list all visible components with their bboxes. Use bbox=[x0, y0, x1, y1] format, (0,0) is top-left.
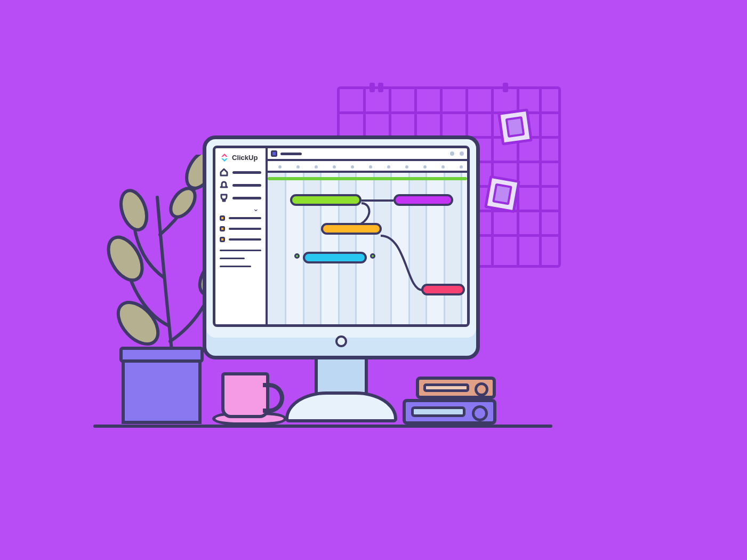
home-icon bbox=[220, 168, 228, 177]
monitor-power-button bbox=[335, 335, 347, 347]
gantt-view bbox=[268, 148, 467, 324]
gantt-bar[interactable] bbox=[290, 194, 362, 206]
svg-point-1 bbox=[116, 187, 151, 233]
chevron-down-icon[interactable]: ⌄ bbox=[253, 206, 261, 211]
sidebar-line bbox=[220, 266, 251, 267]
gantt-bar[interactable] bbox=[421, 284, 465, 295]
clickup-logo-icon bbox=[220, 153, 229, 162]
svg-point-5 bbox=[110, 295, 165, 351]
svg-point-0 bbox=[104, 231, 149, 286]
sidebar-line bbox=[220, 258, 245, 259]
desk-surface-line bbox=[93, 425, 552, 428]
book-decoration bbox=[403, 399, 496, 425]
app-toolbar bbox=[268, 148, 467, 161]
milestone-icon[interactable] bbox=[370, 253, 375, 259]
gantt-bar[interactable] bbox=[303, 252, 367, 263]
task-status-icon bbox=[220, 226, 225, 231]
sidebar-item-home[interactable] bbox=[220, 167, 261, 177]
bell-icon bbox=[220, 181, 228, 189]
timeline-header bbox=[268, 161, 467, 173]
sidebar-item-goals[interactable] bbox=[220, 193, 261, 203]
gantt-chart[interactable] bbox=[268, 173, 467, 324]
book-decoration bbox=[416, 377, 496, 399]
computer-monitor: ClickUp bbox=[203, 135, 480, 359]
nav-line bbox=[232, 184, 261, 187]
nav-line bbox=[232, 197, 261, 199]
task-status-icon bbox=[220, 237, 225, 242]
brand-name: ClickUp bbox=[232, 154, 258, 162]
toolbar-line bbox=[280, 153, 302, 155]
task-status-icon bbox=[220, 215, 225, 221]
task-line bbox=[229, 228, 261, 230]
milestone-icon[interactable] bbox=[294, 253, 300, 259]
monitor-screen: ClickUp bbox=[213, 146, 470, 327]
gantt-bar[interactable] bbox=[321, 223, 382, 235]
app-sidebar: ClickUp bbox=[215, 148, 268, 324]
sidebar-task-item[interactable] bbox=[220, 236, 261, 243]
monitor-bezel: ClickUp bbox=[203, 135, 480, 359]
view-icon[interactable] bbox=[271, 150, 277, 157]
polaroid-photo bbox=[484, 175, 520, 213]
polaroid-photo bbox=[497, 108, 533, 145]
toolbar-dot bbox=[450, 151, 454, 156]
coffee-mug bbox=[221, 372, 269, 418]
monitor-stand-base bbox=[285, 391, 397, 422]
clickup-app: ClickUp bbox=[215, 148, 467, 324]
sidebar-task-item[interactable] bbox=[220, 214, 261, 222]
plant-pot bbox=[122, 347, 202, 424]
brand-logo[interactable]: ClickUp bbox=[220, 151, 261, 164]
sidebar-item-notifications[interactable] bbox=[220, 180, 261, 190]
task-line bbox=[229, 217, 261, 219]
gantt-bar[interactable] bbox=[393, 194, 453, 206]
nav-line bbox=[232, 171, 261, 174]
sidebar-task-item[interactable] bbox=[220, 225, 261, 233]
task-line bbox=[229, 238, 261, 241]
trophy-icon bbox=[220, 194, 228, 202]
illustration-scene: ClickUp bbox=[0, 0, 747, 560]
toolbar-dot bbox=[460, 151, 464, 156]
sidebar-line bbox=[220, 250, 261, 251]
